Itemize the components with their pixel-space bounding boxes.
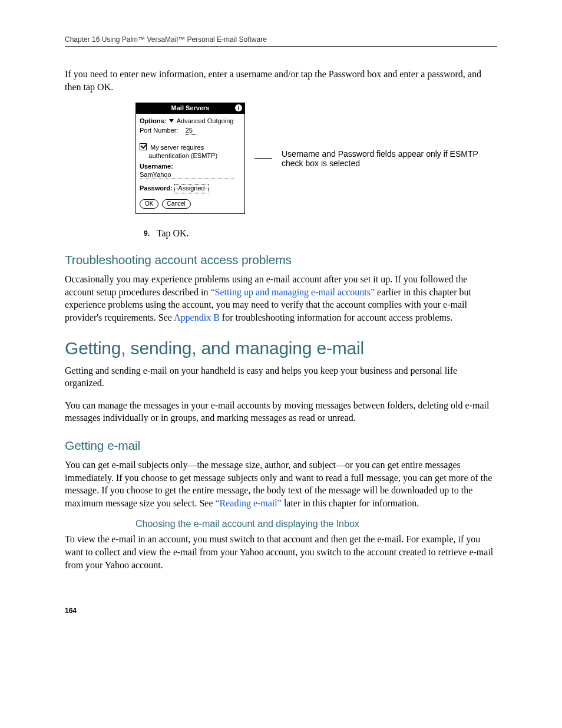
esmtp-label-line1: My server requires [150, 144, 204, 151]
dialog-cancel-button[interactable]: Cancel [162, 199, 191, 209]
options-value[interactable]: Advanced Outgoing [177, 117, 234, 124]
getting-email-paragraph: You can get e-mail subjects only—the mes… [65, 459, 497, 509]
page-number: 164 [65, 607, 497, 615]
intro-paragraph: If you need to enter new information, en… [65, 68, 497, 93]
getting-p1: Getting and sending e-mail on your handh… [65, 364, 497, 390]
heading-choosing-account: Choosing the e-mail account and displayi… [135, 519, 497, 529]
link-appendix-b[interactable]: Appendix B [174, 312, 220, 322]
link-reading-email[interactable]: “Reading e-mail” [215, 498, 281, 508]
esmtp-label-line2: authentication (ESMTP) [148, 152, 217, 159]
link-setting-up-accounts[interactable]: “Setting up and managing e-mail accounts… [210, 287, 375, 297]
dialog-title-bar: Mail Servers i [136, 103, 244, 114]
esmtp-checkbox[interactable] [140, 143, 147, 150]
info-icon[interactable]: i [235, 104, 242, 111]
getting-p2: You can manage the messages in your e-ma… [65, 399, 497, 424]
choosing-paragraph: To view the e-mail in an account, you mu… [65, 533, 497, 571]
figure-row: Mail Servers i Options: Advanced Outgoin… [135, 103, 497, 214]
options-label: Options: [140, 117, 166, 124]
dialog-title: Mail Servers [171, 104, 210, 111]
step-number: 9. [135, 229, 150, 238]
password-input[interactable]: -Assigned- [174, 184, 209, 193]
heading-troubleshooting: Troubleshooting account access problems [65, 253, 497, 267]
step-9: 9. Tap OK. [135, 228, 497, 239]
dialog-ok-button[interactable]: OK [140, 199, 158, 209]
step-text: Tap OK. [157, 228, 189, 238]
username-input[interactable]: SamYahoo [140, 171, 234, 180]
callout-text: Username and Password fields appear only… [282, 149, 482, 168]
callout-leader-line [254, 158, 272, 159]
heading-getting-email: Getting e-mail [65, 439, 497, 453]
port-input[interactable]: 25 [186, 127, 197, 136]
running-header: Chapter 16 Using Palm™ VersaMail™ Person… [65, 35, 497, 47]
port-label: Port Number: [140, 127, 178, 134]
dropdown-triangle-icon[interactable] [169, 119, 174, 123]
mail-servers-dialog: Mail Servers i Options: Advanced Outgoin… [135, 103, 245, 214]
heading-getting-sending-managing: Getting, sending, and managing e-mail [65, 338, 497, 358]
password-label: Password: [140, 185, 173, 192]
troubleshooting-paragraph: Occasionally you may experience problems… [65, 273, 497, 324]
username-label: Username: [140, 163, 173, 170]
